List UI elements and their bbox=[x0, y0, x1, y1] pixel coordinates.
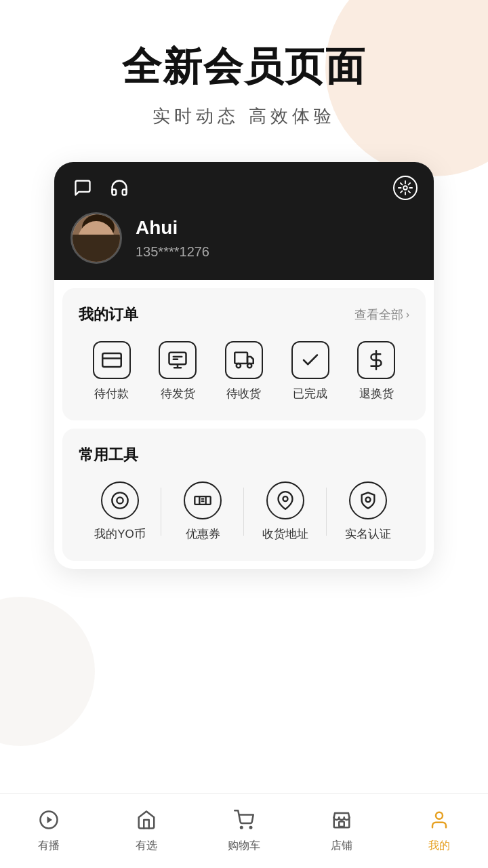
return-label: 退换货 bbox=[359, 386, 394, 401]
nav-label-broadcast: 有播 bbox=[38, 839, 60, 853]
svg-point-14 bbox=[247, 363, 251, 368]
nav-label-select: 有选 bbox=[136, 839, 157, 853]
orders-section-header: 我的订单 查看全部 › bbox=[79, 304, 409, 325]
profile-header-top bbox=[70, 176, 418, 200]
profile-info: Ahui 135****1276 bbox=[70, 212, 418, 264]
svg-point-2 bbox=[82, 214, 115, 241]
avatar[interactable] bbox=[70, 212, 122, 264]
completed-icon bbox=[291, 341, 329, 379]
svg-point-16 bbox=[112, 492, 127, 508]
verify-label: 实名认证 bbox=[345, 526, 391, 542]
svg-point-6 bbox=[96, 243, 100, 245]
nav-label-cart: 购物车 bbox=[228, 839, 260, 853]
user-icon bbox=[429, 810, 449, 835]
coupon-icon bbox=[184, 481, 222, 519]
nav-item-broadcast[interactable]: 有播 bbox=[0, 810, 98, 853]
tool-address[interactable]: 收货地址 bbox=[244, 481, 327, 542]
headset-icon[interactable] bbox=[107, 176, 131, 200]
order-pending-ship[interactable]: 待发货 bbox=[145, 341, 211, 401]
svg-point-28 bbox=[250, 827, 252, 829]
pending-payment-label: 待付款 bbox=[94, 386, 129, 401]
nav-item-select[interactable]: 有选 bbox=[98, 810, 195, 853]
hero-subtitle: 实时动态 高效体验 bbox=[152, 104, 335, 128]
verify-icon bbox=[349, 481, 387, 519]
hero-title: 全新会员页面 bbox=[122, 41, 366, 94]
pending-ship-label: 待发货 bbox=[161, 386, 195, 401]
svg-point-17 bbox=[117, 497, 123, 503]
order-pending-payment[interactable]: 待付款 bbox=[79, 341, 145, 401]
home-icon bbox=[136, 810, 157, 835]
nav-label-mine: 我的 bbox=[428, 839, 450, 853]
orders-title: 我的订单 bbox=[79, 304, 138, 325]
svg-point-5 bbox=[101, 234, 106, 241]
pending-receive-icon bbox=[225, 341, 263, 379]
orders-icon-row: 待付款 待发货 bbox=[79, 341, 409, 401]
svg-point-0 bbox=[403, 186, 407, 190]
yo-coin-label: 我的YO币 bbox=[94, 526, 146, 542]
profile-header: Ahui 135****1276 bbox=[54, 162, 434, 280]
scan-icon[interactable] bbox=[393, 176, 418, 200]
svg-rect-9 bbox=[102, 353, 121, 367]
view-all-link[interactable]: 查看全部 › bbox=[354, 307, 409, 323]
svg-point-13 bbox=[237, 363, 241, 368]
tools-section-header: 常用工具 bbox=[79, 445, 409, 465]
svg-point-24 bbox=[366, 497, 371, 502]
pending-payment-icon bbox=[93, 341, 131, 379]
order-return[interactable]: 退换货 bbox=[343, 341, 409, 401]
chat-icon[interactable] bbox=[70, 176, 95, 200]
svg-point-30 bbox=[436, 812, 443, 818]
bottom-nav: 有播 有选 购物车 店铺 bbox=[0, 793, 488, 868]
nav-label-store: 店铺 bbox=[331, 839, 352, 853]
svg-point-3 bbox=[85, 224, 112, 256]
nav-item-cart[interactable]: 购物车 bbox=[195, 810, 293, 853]
profile-name: Ahui bbox=[136, 217, 209, 239]
store-icon bbox=[331, 810, 352, 835]
svg-rect-7 bbox=[73, 256, 122, 264]
order-pending-receive[interactable]: 待收货 bbox=[211, 341, 277, 401]
tools-title: 常用工具 bbox=[79, 445, 138, 465]
page-content: 全新会员页面 实时动态 高效体验 bbox=[0, 0, 488, 623]
svg-rect-12 bbox=[235, 353, 247, 363]
svg-marker-26 bbox=[47, 816, 53, 823]
tools-icon-row: 我的YO币 优惠券 bbox=[79, 481, 409, 542]
return-icon bbox=[357, 341, 395, 379]
tool-yo-coin[interactable]: 我的YO币 bbox=[79, 481, 161, 542]
yo-coin-icon bbox=[101, 481, 139, 519]
svg-point-27 bbox=[241, 827, 243, 829]
nav-item-store[interactable]: 店铺 bbox=[293, 810, 390, 853]
tool-verify[interactable]: 实名认证 bbox=[327, 481, 409, 542]
profile-phone: 135****1276 bbox=[136, 244, 209, 260]
header-icons-left bbox=[70, 176, 131, 200]
pending-ship-icon bbox=[159, 341, 197, 379]
svg-point-4 bbox=[90, 234, 96, 241]
phone-mockup: Ahui 135****1276 我的订单 查看全部 › bbox=[54, 162, 434, 569]
coupon-label: 优惠券 bbox=[186, 526, 220, 542]
cart-icon bbox=[234, 810, 254, 835]
pending-receive-label: 待收货 bbox=[226, 386, 261, 401]
completed-label: 已完成 bbox=[293, 386, 327, 401]
tool-coupon[interactable]: 优惠券 bbox=[161, 481, 244, 542]
svg-point-23 bbox=[283, 496, 288, 501]
avatar-image bbox=[73, 214, 120, 262]
orders-section: 我的订单 查看全部 › 待付款 bbox=[62, 288, 426, 420]
profile-text: Ahui 135****1276 bbox=[136, 217, 209, 260]
svg-rect-29 bbox=[339, 821, 344, 827]
chevron-right-icon: › bbox=[406, 309, 409, 321]
nav-item-mine[interactable]: 我的 bbox=[390, 810, 488, 853]
tools-section: 常用工具 我的YO币 bbox=[62, 429, 426, 561]
order-completed[interactable]: 已完成 bbox=[277, 341, 344, 401]
address-label: 收货地址 bbox=[262, 526, 308, 542]
broadcast-icon bbox=[39, 810, 59, 835]
address-icon bbox=[266, 481, 304, 519]
svg-rect-8 bbox=[94, 254, 102, 260]
svg-rect-1 bbox=[73, 214, 122, 264]
